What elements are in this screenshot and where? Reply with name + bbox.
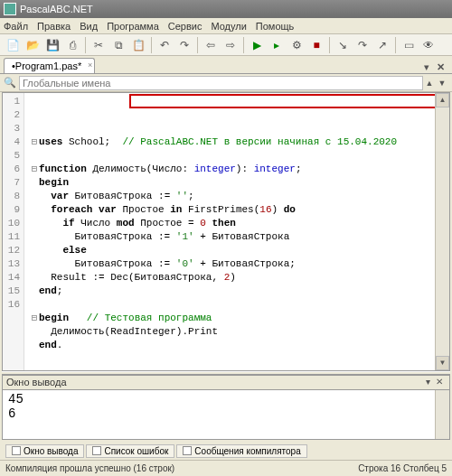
close-tab-icon[interactable]: × bbox=[88, 61, 92, 70]
step-over-icon[interactable]: ↷ bbox=[353, 36, 372, 54]
paste-icon[interactable]: 📋 bbox=[129, 36, 147, 54]
status-bar: Компиляция прошла успешно (16 строк) Стр… bbox=[0, 460, 452, 476]
tab-output[interactable]: Окно вывода bbox=[5, 444, 84, 458]
copy-icon[interactable]: ⧉ bbox=[109, 36, 127, 54]
step-out-icon[interactable]: ↗ bbox=[373, 36, 391, 54]
toolbar: 📄 📂 💾 ⎙ ✂ ⧉ 📋 ↶ ↷ ⇦ ⇨ ▶ ▸ ⚙ ■ ↘ ↷ ↗ ▭ 👁 bbox=[0, 34, 452, 56]
watch-icon[interactable]: 👁 bbox=[419, 36, 438, 54]
menu-view[interactable]: Вид bbox=[80, 21, 98, 32]
compiler-icon bbox=[183, 446, 192, 455]
up-arrow-icon[interactable]: ▲ bbox=[423, 79, 436, 88]
bottom-tabs: Окно вывода Список ошибок Сообщения комп… bbox=[2, 442, 450, 460]
window-title: PascalABC.NET bbox=[20, 4, 448, 14]
tab-errors[interactable]: Список ошибок bbox=[86, 444, 174, 458]
menu-bar: Файл Правка Вид Программа Сервис Модули … bbox=[0, 18, 452, 34]
menu-file[interactable]: Файл bbox=[4, 21, 28, 32]
menu-help[interactable]: Помощь bbox=[256, 21, 295, 32]
output-icon bbox=[12, 446, 21, 455]
undo-icon[interactable]: ↶ bbox=[155, 36, 174, 54]
separator bbox=[85, 37, 86, 53]
vertical-scrollbar[interactable]: ▲ ▼ bbox=[435, 93, 449, 370]
stop-icon[interactable]: ■ bbox=[307, 36, 325, 54]
global-names-input[interactable] bbox=[19, 76, 423, 90]
panel-menu-icon[interactable]: ▾ bbox=[423, 377, 433, 388]
run2-icon[interactable]: ▸ bbox=[268, 36, 286, 54]
cut-icon[interactable]: ✂ bbox=[89, 36, 108, 54]
errors-icon bbox=[92, 446, 101, 455]
close-all-icon[interactable]: ✕ bbox=[433, 61, 448, 73]
nav-back-icon[interactable]: ⇦ bbox=[202, 36, 220, 54]
scroll-up-icon[interactable]: ▲ bbox=[436, 93, 449, 107]
file-tab[interactable]: •Program1.pas* × bbox=[4, 58, 95, 73]
code-editor: 12345678910111213141516 ⊟uses School; //… bbox=[2, 92, 450, 371]
menu-edit[interactable]: Правка bbox=[37, 21, 71, 32]
separator bbox=[243, 37, 244, 53]
redo-icon[interactable]: ↷ bbox=[175, 36, 193, 54]
app-icon bbox=[4, 3, 16, 15]
down-arrow-icon[interactable]: ▼ bbox=[436, 79, 448, 88]
scroll-down-icon[interactable]: ▼ bbox=[436, 356, 449, 370]
status-cursor: Строка 16 Столбец 5 bbox=[358, 463, 447, 473]
tab-compiler[interactable]: Сообщения компилятора bbox=[176, 444, 306, 458]
open-icon[interactable]: 📂 bbox=[24, 36, 42, 54]
separator bbox=[197, 37, 198, 53]
menu-service[interactable]: Сервис bbox=[168, 21, 202, 32]
output-title: Окно вывода bbox=[6, 377, 67, 388]
find-bar: 🔍 ▲ ▼ bbox=[0, 74, 452, 92]
separator bbox=[151, 37, 152, 53]
step-into-icon[interactable]: ↘ bbox=[334, 36, 352, 54]
output-title-bar: Окно вывода ▾ ✕ bbox=[2, 375, 450, 389]
line-gutter: 12345678910111213141516 bbox=[3, 93, 24, 370]
status-compile: Компиляция прошла успешно (16 строк) bbox=[5, 463, 174, 473]
panel-close-icon[interactable]: ✕ bbox=[433, 377, 446, 388]
highlight-box bbox=[129, 94, 435, 108]
title-bar: PascalABC.NET bbox=[0, 0, 452, 18]
code-area[interactable]: ⊟uses School; // PascalABC.NET в версии … bbox=[24, 93, 435, 370]
separator bbox=[329, 37, 330, 53]
nav-fwd-icon[interactable]: ⇨ bbox=[221, 36, 240, 54]
build-icon[interactable]: ⚙ bbox=[287, 36, 306, 54]
scroll-track[interactable] bbox=[436, 107, 449, 356]
new-icon[interactable]: 📄 bbox=[4, 36, 22, 54]
tab-bar: •Program1.pas* × ▾ ✕ bbox=[0, 56, 452, 74]
tabs-dropdown-icon[interactable]: ▾ bbox=[420, 61, 433, 73]
output-text[interactable]: 45 6 bbox=[8, 392, 435, 437]
menu-program[interactable]: Программа bbox=[107, 21, 159, 32]
search-icon: 🔍 bbox=[4, 77, 16, 89]
form-icon[interactable]: ▭ bbox=[400, 36, 418, 54]
separator bbox=[395, 37, 396, 53]
save-all-icon[interactable]: ⎙ bbox=[63, 36, 81, 54]
save-icon[interactable]: 💾 bbox=[43, 36, 61, 54]
output-panel: 45 6 bbox=[2, 389, 450, 440]
tab-label: •Program1.pas* bbox=[12, 61, 81, 71]
menu-modules[interactable]: Модули bbox=[211, 21, 246, 32]
run-icon[interactable]: ▶ bbox=[248, 36, 266, 54]
output-scrollbar[interactable] bbox=[435, 390, 449, 439]
